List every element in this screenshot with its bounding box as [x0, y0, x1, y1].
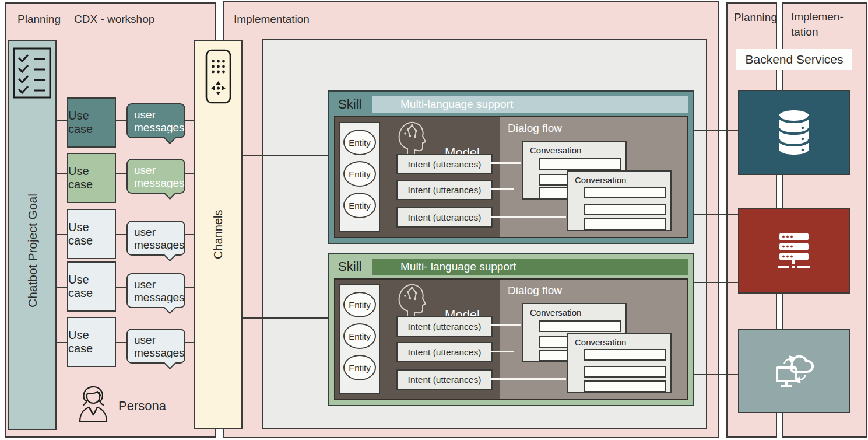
intent-label: Intent (utterances)	[408, 212, 482, 223]
user-messages-bubble: user messages	[126, 221, 185, 256]
entity-panel: Entity Entity Entity	[339, 122, 380, 232]
conversation-row	[539, 320, 621, 332]
skill-header: Multi- language support	[372, 259, 688, 275]
skill-header: Multi-language support	[372, 96, 688, 113]
skill1-to-database-line	[694, 130, 739, 131]
connector-line	[116, 287, 126, 288]
conversation-row	[584, 380, 666, 392]
connector-line	[185, 234, 194, 235]
connector-line	[57, 287, 67, 288]
entity-label: Entity	[349, 138, 371, 148]
intent-label: Intent (utterances)	[408, 347, 482, 358]
intent-label: Intent (utterances)	[408, 375, 482, 385]
connector-line	[185, 287, 194, 288]
use-case-label: Use case	[68, 329, 115, 355]
skill-box-1: Skill Multi-language support Entity Enti…	[328, 90, 694, 244]
connector-line	[57, 173, 67, 174]
connector-line	[116, 234, 126, 235]
persona-label: Persona	[118, 399, 166, 414]
right-implementation-label: Implemen- tation	[791, 9, 844, 39]
intent-connector-line	[490, 216, 566, 218]
skill-title: Skill	[338, 259, 361, 274]
use-case-label: Use case	[68, 165, 115, 191]
connector-line	[116, 342, 126, 343]
cloud-sync-icon	[773, 351, 815, 391]
entity-label: Entity	[349, 331, 371, 341]
backend-cloud-box	[738, 329, 850, 413]
connector-line	[185, 173, 194, 174]
dialog-flow-box: Dialog flow Conversation Conversation	[500, 280, 687, 399]
skill-inner-panel: Entity Entity Entity Model Intent (utter…	[334, 278, 688, 400]
backend-services-label: Backend Services	[736, 49, 852, 70]
skill-inner-panel: Entity Entity Entity Model Intent (utter…	[334, 116, 688, 238]
use-case-label: Use case	[68, 109, 115, 136]
channels-to-skill2-line	[243, 317, 328, 319]
goal-bar-label: Chatbot Project Goal	[9, 76, 55, 426]
connector-line	[57, 234, 67, 235]
conversation-row	[584, 349, 666, 361]
entity-oval: Entity	[343, 355, 376, 380]
user-messages-bubble: user messages	[126, 159, 185, 194]
conversation-box: Conversation	[567, 333, 672, 393]
intent-connector-line	[490, 162, 521, 164]
channels-label: Channels	[195, 41, 241, 428]
backend-database-box	[738, 90, 850, 175]
connector-line	[116, 120, 126, 121]
cdx-workshop-label: CDX - workshop	[74, 12, 154, 27]
use-case-label: Use case	[68, 273, 115, 300]
connector-line	[57, 120, 67, 121]
entity-oval: Entity	[343, 130, 376, 155]
conversation-row	[584, 204, 666, 215]
entity-oval: Entity	[343, 161, 376, 187]
channels-to-skill1-line	[243, 155, 328, 156]
ai-brain-icon	[393, 280, 427, 317]
chatbot-project-goal-bar: Chatbot Project Goal	[8, 40, 57, 430]
intent-label: Intent (utterances)	[408, 185, 482, 195]
intent-box: Intent (utterances)	[396, 180, 493, 200]
implementation-label: Implementation	[234, 12, 310, 27]
model-box: Entity Entity Entity Model Intent (utter…	[335, 280, 500, 399]
user-messages-bubble: user messages	[126, 103, 185, 138]
connector-line	[185, 120, 194, 121]
connector-line	[185, 342, 194, 343]
intent-label: Intent (utterances)	[408, 322, 482, 332]
intent-connector-line	[490, 188, 514, 190]
intent-box: Intent (utterances)	[396, 342, 493, 362]
conversation-row	[539, 158, 621, 170]
intent-connector-line	[490, 378, 566, 380]
entity-label: Entity	[349, 201, 371, 211]
dialog-flow-label: Dialog flow	[508, 284, 562, 297]
skill-box-2: Skill Multi- language support Entity Ent…	[328, 253, 694, 406]
skill-title: Skill	[338, 97, 361, 112]
use-case-box: Use case	[67, 153, 116, 203]
right-planning-label: Planning	[734, 10, 777, 25]
conversation-row	[584, 218, 666, 230]
user-messages-bubble: user messages	[126, 273, 185, 308]
intent-label: Intent (utterances)	[408, 159, 482, 170]
model-box: Entity Entity Entity Model Intent (utter…	[335, 117, 500, 237]
entity-panel: Entity Entity Entity	[339, 284, 380, 394]
skill2-to-server-line	[694, 282, 739, 283]
intent-box: Intent (utterances)	[396, 207, 493, 228]
use-case-label: Use case	[68, 221, 115, 247]
conversation-row	[584, 187, 666, 198]
ai-brain-icon	[393, 118, 427, 155]
connector-line	[57, 342, 67, 343]
intent-connector-line	[490, 351, 514, 352]
conversation-label: Conversation	[530, 308, 625, 317]
use-case-box: Use case	[67, 97, 116, 148]
dialog-flow-label: Dialog flow	[508, 122, 562, 135]
conversation-label: Conversation	[575, 175, 670, 185]
channels-bar: Channels	[194, 40, 243, 429]
intent-box: Intent (utterances)	[396, 316, 493, 337]
skill1-to-server-line	[694, 214, 739, 215]
entity-label: Entity	[349, 169, 371, 179]
entity-oval: Entity	[343, 193, 376, 218]
dialog-flow-box: Dialog flow Conversation Conversation	[500, 117, 687, 237]
user-messages-bubble: user messages	[126, 329, 185, 364]
intent-connector-line	[490, 324, 521, 326]
entity-oval: Entity	[343, 323, 376, 349]
entity-label: Entity	[349, 300, 371, 310]
conversation-box: Conversation	[567, 170, 672, 231]
backend-server-box	[738, 208, 850, 294]
